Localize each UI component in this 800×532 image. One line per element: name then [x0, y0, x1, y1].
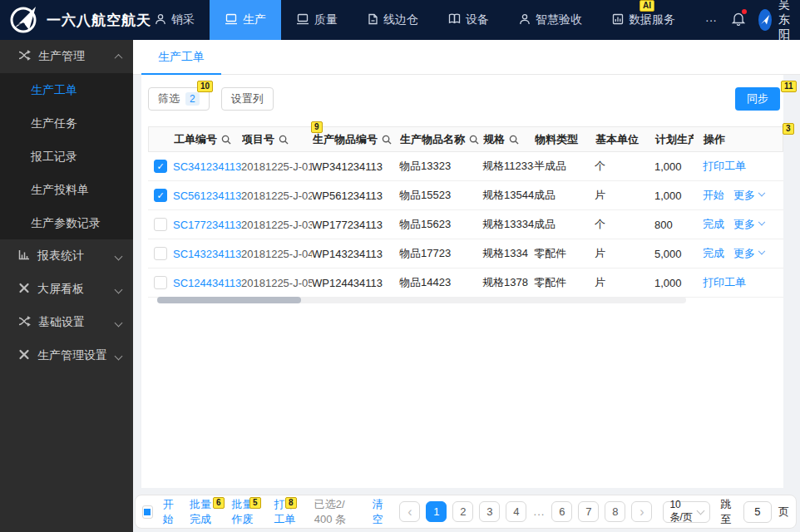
- order-no-link[interactable]: SC143234113: [173, 248, 241, 260]
- page-button-6[interactable]: 6: [551, 501, 572, 522]
- top-navbar: 一六八航空航天 销采 生产 质量 线边仓 设备: [0, 0, 800, 40]
- nav-item-xianbiancang[interactable]: 线边仓: [353, 0, 433, 40]
- chevron-down-icon: [758, 219, 765, 225]
- start-link[interactable]: 开始: [163, 497, 178, 527]
- project-no: 20181225-J-05: [241, 277, 312, 289]
- select-all-checkbox[interactable]: [142, 505, 153, 519]
- horizontal-scrollbar[interactable]: [157, 297, 686, 303]
- chevron-down-icon: [758, 190, 765, 196]
- spec: 规格13544: [482, 188, 534, 203]
- page-button-2[interactable]: 2: [452, 501, 473, 522]
- sidebar-group-report-stats[interactable]: 报表统计: [0, 239, 133, 273]
- sidebar-item-production-task[interactable]: 生产任务: [0, 106, 133, 140]
- chevron-down-icon: [115, 285, 123, 293]
- nav-label: 线边仓: [383, 12, 418, 27]
- row-action-link[interactable]: 完成: [703, 217, 724, 232]
- row-more-link[interactable]: 更多: [733, 188, 755, 203]
- notification-bell-icon[interactable]: [732, 12, 745, 28]
- material-type: 半成品: [534, 159, 595, 174]
- chevron-down-icon: [115, 252, 123, 260]
- jump-page-input[interactable]: [743, 501, 772, 523]
- page-size-value: 10条/页: [669, 499, 693, 525]
- col-project-no[interactable]: 项目号: [242, 132, 313, 147]
- avatar[interactable]: [758, 9, 772, 31]
- sync-button[interactable]: 同步: [735, 87, 780, 111]
- nav-label: 生产: [243, 12, 266, 27]
- row-more-link[interactable]: 更多: [733, 217, 755, 232]
- nav-item-more[interactable]: ···: [690, 0, 732, 40]
- row-checkbox[interactable]: [154, 189, 167, 202]
- content-card: 筛选 2 设置列 同步 工单编号 项目号 生产物品编号 生产物品名称 规格: [141, 75, 783, 488]
- page-button-7[interactable]: 7: [578, 501, 599, 522]
- row-action-link[interactable]: 完成: [703, 246, 724, 261]
- product-name: 物品17723: [399, 246, 482, 261]
- plan-qty: 1,000: [651, 190, 693, 202]
- scrollbar-thumb[interactable]: [157, 297, 301, 303]
- tab-production-workorder[interactable]: 生产工单: [141, 40, 221, 75]
- col-product-code[interactable]: 生产物品编号: [313, 132, 400, 147]
- sidebar-item-feeding-order[interactable]: 生产投料单: [0, 173, 133, 206]
- row-action-link[interactable]: 打印工单: [703, 275, 746, 290]
- pagination: ‹ 1 2 3 4 ... 6 7 8 ›: [399, 501, 652, 522]
- chevron-down-icon: [758, 248, 765, 254]
- nav-item-xiaocai[interactable]: 销采: [140, 0, 210, 40]
- sidebar-group-basic-settings[interactable]: 基础设置: [0, 306, 133, 339]
- sidebar-group-production-settings[interactable]: 生产管理设置: [0, 339, 133, 372]
- batch-action-bar: 开始 批量完成 批量作废 打印工单 已选2/ 400 条 清空 ‹ 1 2 3 …: [135, 495, 797, 529]
- page-ellipsis[interactable]: ...: [532, 501, 546, 522]
- col-product-name[interactable]: 生产物品名称: [400, 132, 483, 147]
- row-checkbox[interactable]: [154, 276, 167, 289]
- sidebar-group-production-mgmt[interactable]: 生产管理: [0, 40, 133, 73]
- clear-selection-link[interactable]: 清空: [373, 497, 389, 527]
- file-icon: [368, 13, 378, 27]
- base-unit: 片: [595, 275, 651, 290]
- nav-item-zhiliang[interactable]: 质量: [281, 0, 353, 40]
- person-icon: [519, 13, 531, 27]
- prev-page-button[interactable]: ‹: [399, 501, 420, 522]
- nav-item-shebei[interactable]: 设备: [433, 0, 504, 40]
- next-page-button[interactable]: ›: [631, 501, 652, 522]
- order-no-link[interactable]: SC341234113: [173, 160, 241, 173]
- page-button-4[interactable]: 4: [506, 501, 526, 522]
- order-no-link[interactable]: SC177234113: [173, 219, 241, 231]
- row-more-link[interactable]: 更多: [733, 246, 755, 261]
- material-type: 成品: [534, 188, 595, 203]
- row-checkbox[interactable]: [154, 247, 167, 260]
- page-button-8[interactable]: 8: [605, 501, 625, 522]
- sidebar-item-parameter-record[interactable]: 生产参数记录: [0, 206, 133, 239]
- sidebar-item-work-report[interactable]: 报工记录: [0, 140, 133, 173]
- set-columns-button[interactable]: 设置列: [221, 87, 274, 111]
- hint-badge-9: 9: [311, 121, 323, 133]
- row-action-link[interactable]: 开始: [703, 188, 724, 203]
- set-columns-label: 设置列: [231, 91, 264, 106]
- notification-dot: [742, 9, 747, 14]
- sidebar-item-production-workorder[interactable]: 生产工单: [0, 73, 133, 106]
- col-spec[interactable]: 规格: [483, 132, 535, 147]
- row-checkbox[interactable]: [154, 218, 167, 231]
- nav-item-zhihuiyanshou[interactable]: 智慧验收: [504, 0, 597, 40]
- page-size-select[interactable]: 10条/页: [663, 501, 710, 523]
- col-order-no[interactable]: 工单编号: [174, 132, 242, 147]
- base-unit: 个: [595, 159, 651, 174]
- chart-box-icon: [612, 13, 624, 27]
- spec: 规格1334: [482, 246, 534, 261]
- nav-item-shengchan[interactable]: 生产: [210, 0, 281, 40]
- sidebar-group-dashboard[interactable]: 大屏看板: [0, 273, 133, 306]
- brand: 一六八航空航天: [0, 2, 140, 38]
- order-no-link[interactable]: SC124434113: [173, 277, 241, 289]
- plan-qty: 1,000: [651, 277, 693, 289]
- table-row: SC124434113 20181225-J-05 WP124434113 物品…: [148, 268, 783, 298]
- monitor-icon: [225, 13, 238, 27]
- project-no: 20181225-J-01: [241, 160, 312, 173]
- page-button-3[interactable]: 3: [479, 501, 500, 522]
- page-button-1[interactable]: 1: [426, 501, 447, 522]
- table-row: SC561234113 20181225-J-02 WP561234113 物品…: [148, 181, 783, 210]
- shuffle-icon: [18, 316, 31, 329]
- row-action-link[interactable]: 打印工单: [703, 159, 746, 174]
- order-no-link[interactable]: SC561234113: [173, 190, 241, 202]
- row-checkbox[interactable]: [154, 160, 167, 173]
- user-name[interactable]: 吴东阳: [778, 0, 798, 42]
- product-name: 物品14423: [399, 275, 482, 290]
- base-unit: 个: [595, 217, 651, 232]
- hint-badge-5: 5: [249, 497, 261, 509]
